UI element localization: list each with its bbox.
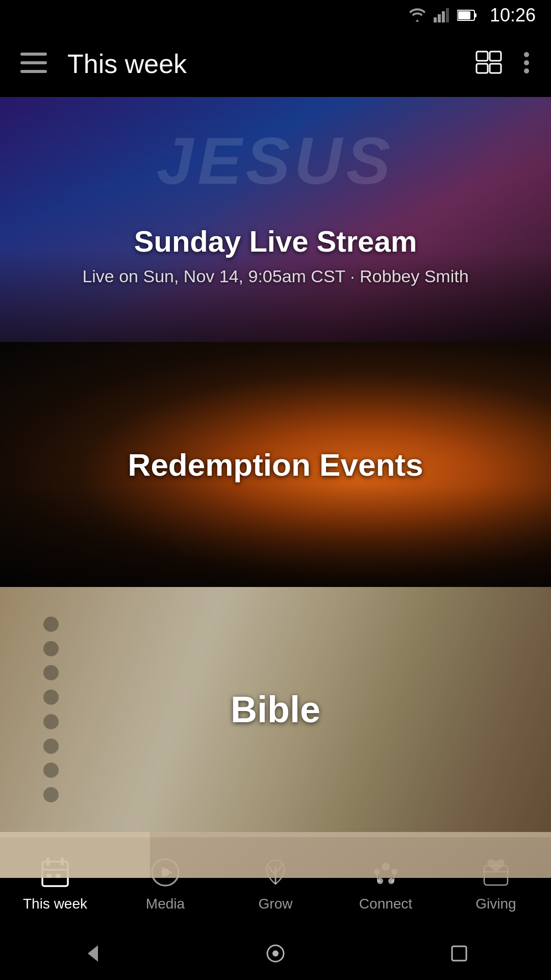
svg-rect-1 [438,14,441,22]
svg-marker-31 [88,945,98,962]
svg-point-16 [524,68,529,74]
nav-media-label: Media [146,896,185,912]
status-bar: 10:26 [0,0,551,31]
content-area: JESUS Sunday Live Stream Live on Sun, No… [0,97,551,878]
nav-giving-label: Giving [475,896,516,912]
android-nav [0,929,551,980]
live-stream-title: Sunday Live Stream [134,224,417,258]
svg-rect-2 [442,11,445,22]
chat-button[interactable] [475,51,502,77]
redemption-events-card[interactable]: Redemption Events [0,342,551,587]
live-stream-subtitle: Live on Sun, Nov 14, 9:05am CST · Robbey… [82,266,468,286]
svg-rect-11 [490,52,501,61]
svg-point-15 [524,60,529,65]
menu-button[interactable] [20,53,47,75]
svg-rect-12 [477,64,488,73]
nav-connect-label: Connect [359,896,412,912]
bible-title: Bible [231,689,320,730]
more-button[interactable] [522,51,531,77]
svg-rect-34 [452,946,466,961]
bible-card[interactable]: Bible [0,587,551,832]
svg-point-14 [524,52,529,57]
wifi-icon [408,8,427,22]
app-bar: This week [0,31,551,97]
giving-card[interactable]: Giving [0,832,551,878]
svg-rect-5 [474,13,477,17]
svg-rect-10 [477,52,488,61]
svg-rect-3 [446,8,449,22]
android-recents-button[interactable] [449,943,469,966]
battery-icon [457,9,478,21]
nav-this-week-label: This week [23,896,87,912]
app-bar-title: This week [67,48,475,79]
svg-rect-6 [458,11,470,19]
android-back-button[interactable] [82,943,102,966]
events-title: Redemption Events [128,447,423,483]
svg-rect-9 [20,70,47,73]
svg-rect-13 [490,64,501,73]
svg-rect-7 [20,53,47,56]
signal-icon [434,8,450,22]
svg-point-33 [272,950,279,957]
android-home-button[interactable] [265,943,286,966]
nav-grow-label: Grow [259,896,293,912]
sunday-live-stream-card[interactable]: JESUS Sunday Live Stream Live on Sun, No… [0,97,551,342]
svg-rect-0 [434,17,437,22]
svg-rect-8 [20,61,47,64]
status-time: 10:26 [490,5,536,26]
